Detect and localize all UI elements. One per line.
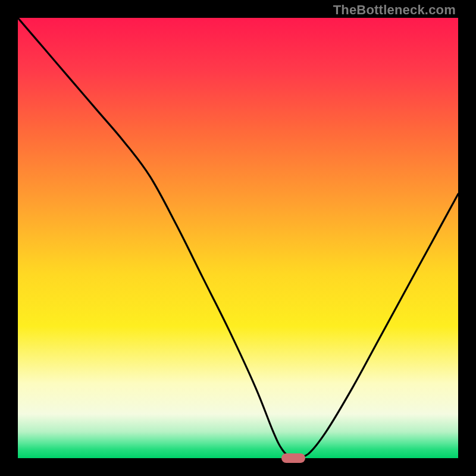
watermark-text: TheBottleneck.com — [333, 2, 456, 18]
chart-frame: TheBottleneck.com — [0, 0, 476, 476]
plot-area — [18, 18, 458, 458]
bottleneck-curve — [18, 18, 458, 458]
optimal-marker — [281, 453, 305, 463]
